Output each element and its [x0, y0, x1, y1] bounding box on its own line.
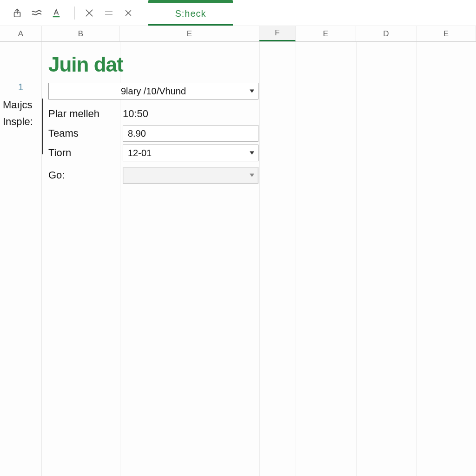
- grid-body: 1 Maıjcs Insple: Juin dat 9lary /10/Vhun…: [0, 42, 476, 476]
- equals-icon[interactable]: [101, 5, 117, 21]
- toolbar-separator: [74, 7, 75, 20]
- field-value-plar: 10:50: [123, 108, 258, 120]
- tiorn-select-value: 12-01: [128, 148, 152, 159]
- top-select[interactable]: 9lary /10/Vhund: [48, 83, 258, 99]
- share-icon[interactable]: [9, 5, 25, 21]
- col-header-b[interactable]: B: [42, 26, 120, 41]
- field-row-go: Go:: [48, 165, 258, 185]
- gridline: [296, 42, 296, 476]
- col-header-e3[interactable]: E: [416, 26, 476, 41]
- field-label: Plar melleh: [48, 108, 123, 120]
- approx-equal-icon[interactable]: [29, 5, 45, 21]
- chevron-down-icon: [250, 152, 254, 155]
- column-header-row: A B E F E D E: [0, 26, 476, 42]
- sheet-area[interactable]: Juin dat 9lary /10/Vhund Plar melleh 10:…: [42, 42, 476, 476]
- col-header-a[interactable]: A: [0, 26, 42, 41]
- col-header-e1[interactable]: E: [120, 26, 259, 41]
- card-side-bar: [42, 99, 43, 154]
- tiorn-select[interactable]: 12-01: [123, 145, 258, 161]
- toolbar: S:heck: [0, 0, 476, 26]
- field-label: Tiorn: [48, 147, 123, 159]
- teams-input-value: 8.90: [128, 128, 146, 139]
- field-label: Go:: [48, 169, 123, 181]
- row-label-insple[interactable]: Insple:: [0, 116, 41, 128]
- chevron-down-icon: [250, 90, 254, 93]
- svg-rect-1: [53, 16, 60, 17]
- field-row-teams: Teams 8.90: [48, 124, 258, 143]
- top-select-value: 9lary /10/Vhund: [121, 86, 186, 97]
- active-tab[interactable]: S:heck: [148, 0, 233, 26]
- close-icon[interactable]: [120, 5, 136, 21]
- field-row-tiorn: Tiorn 12-01: [48, 143, 258, 163]
- active-tab-label: S:heck: [175, 8, 206, 19]
- field-row-plar: Plar melleh 10:50: [48, 104, 258, 124]
- gridline: [259, 42, 260, 476]
- row-number-1[interactable]: 1: [0, 82, 41, 93]
- form-card: Juin dat 9lary /10/Vhund Plar melleh 10:…: [48, 53, 258, 185]
- chevron-down-icon: [250, 174, 254, 177]
- cut-icon[interactable]: [81, 5, 97, 21]
- teams-input[interactable]: 8.90: [123, 125, 258, 142]
- gridline: [416, 42, 417, 476]
- field-label: Teams: [48, 127, 123, 139]
- text-color-icon[interactable]: [48, 5, 64, 21]
- go-select[interactable]: [123, 167, 258, 184]
- col-header-e2[interactable]: E: [296, 26, 356, 41]
- col-header-d[interactable]: D: [356, 26, 416, 41]
- col-header-f[interactable]: F: [259, 26, 296, 41]
- row-gutter: 1 Maıjcs Insple:: [0, 42, 42, 476]
- row-label-maijcs[interactable]: Maıjcs: [0, 99, 41, 111]
- gridline: [356, 42, 357, 476]
- card-title: Juin dat: [48, 53, 258, 76]
